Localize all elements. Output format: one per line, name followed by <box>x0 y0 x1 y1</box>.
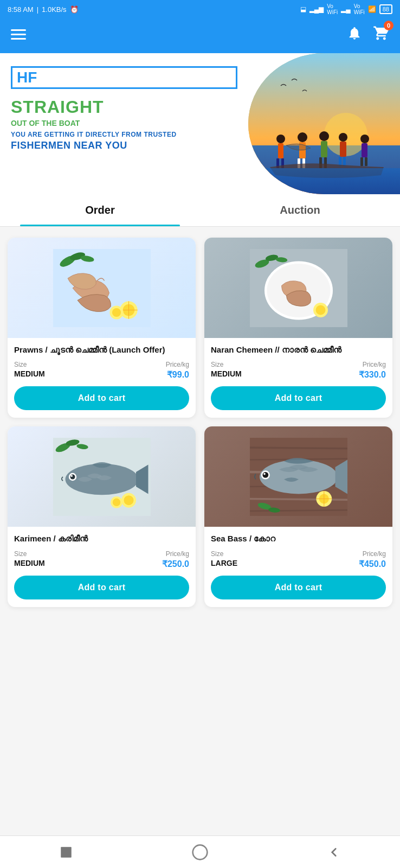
header-icons: 0 <box>347 25 389 43</box>
product-size-price-2: Size MEDIUM Price/kg ₹330.0 <box>211 361 386 380</box>
product-name-2: Naran Chemeen // നാരൻ ചെമ്മീൻ <box>211 344 386 355</box>
battery-icon: 88 <box>379 4 392 14</box>
nav-back-button[interactable] <box>327 845 341 859</box>
brand-logo: HF <box>11 66 237 89</box>
product-info-2: Naran Chemeen // നാരൻ ചെമ്മീൻ Size MEDIU… <box>204 338 392 418</box>
product-info-3: Karimeen / കരിമീൻ Size MEDIUM Price/kg ₹… <box>8 527 196 607</box>
hamburger-menu[interactable] <box>11 29 26 40</box>
svg-point-15 <box>339 133 347 142</box>
add-to-cart-btn-1[interactable]: Add to cart <box>14 386 189 410</box>
svg-rect-23 <box>248 168 400 194</box>
size-label-3: Size <box>14 550 45 558</box>
cart-button[interactable]: 0 <box>373 25 389 43</box>
alarm-icon: ⏰ <box>70 5 79 14</box>
status-right: ⬓ ▂▄▆ VoWiFi ▂▄ VoWiFi 📶 88 <box>300 3 392 15</box>
price-label-2: Price/kg <box>363 361 386 368</box>
signal-icon: ▂▄▆ <box>309 5 324 13</box>
header: 0 <box>0 18 400 53</box>
notification-bell[interactable] <box>347 25 362 43</box>
svg-rect-20 <box>362 143 367 157</box>
nav-home-button[interactable] <box>191 844 209 861</box>
product-info-1: Prawns / ചൂടൻ ചെമ്മീൻ (Launch Offer) Siz… <box>8 338 196 418</box>
product-size-price-1: Size MEDIUM Price/kg ₹99.0 <box>14 361 189 380</box>
product-image-3 <box>8 426 196 527</box>
svg-line-56 <box>250 448 347 449</box>
product-size-price-4: Size LARGE Price/kg ₹450.0 <box>211 550 386 569</box>
add-to-cart-btn-3[interactable]: Add to cart <box>14 576 189 599</box>
vo-wifi-label: VoWiFi <box>327 3 338 15</box>
banner-image <box>248 53 400 194</box>
banner-left: HF STRAIGHT OUT OF THE BOAT YOU ARE GETT… <box>0 53 248 194</box>
banner-title: STRAIGHT <box>11 98 237 117</box>
status-bar: 8:58 AM | 1.0KB/s ⏰ ⬓ ▂▄▆ VoWiFi ▂▄ VoWi… <box>0 0 400 18</box>
product-card-1: Prawns / ചൂടൻ ചെമ്മീൻ (Launch Offer) Siz… <box>8 238 196 418</box>
product-info-4: Sea Bass / കോറ Size LARGE Price/kg ₹450.… <box>204 527 392 607</box>
svg-point-41 <box>315 305 325 315</box>
svg-point-3 <box>276 135 285 143</box>
products-grid: Prawns / ചൂടൻ ചെമ്മീൻ (Launch Offer) Siz… <box>0 227 400 618</box>
svg-point-65 <box>263 473 266 475</box>
svg-point-54 <box>112 498 120 506</box>
banner-photo <box>248 53 400 194</box>
tab-auction[interactable]: Auction <box>200 194 400 226</box>
network-speed-value: 1.0KB/s <box>42 5 67 14</box>
cart-badge: 0 <box>384 21 393 30</box>
svg-rect-21 <box>360 157 363 166</box>
price-label-3: Price/kg <box>166 550 189 558</box>
product-name-3: Karimeen / കരിമീൻ <box>14 533 189 544</box>
add-to-cart-btn-2[interactable]: Add to cart <box>211 386 386 410</box>
product-image-1 <box>8 238 196 338</box>
vo-wifi2-label: VoWiFi <box>354 3 365 15</box>
price-value-3: ₹250.0 <box>162 559 189 569</box>
status-left: 8:58 AM | 1.0KB/s ⏰ <box>8 5 79 14</box>
tabs: Order Auction <box>0 194 400 227</box>
svg-rect-4 <box>278 143 283 158</box>
product-size-price-3: Size MEDIUM Price/kg ₹250.0 <box>14 550 189 569</box>
signal2-icon: ▂▄ <box>341 5 351 13</box>
price-value-1: ₹99.0 <box>167 369 189 380</box>
size-value-1: MEDIUM <box>14 369 45 378</box>
svg-rect-12 <box>321 141 327 157</box>
time: 8:58 AM <box>8 5 34 14</box>
svg-point-11 <box>319 131 329 141</box>
add-to-cart-btn-4[interactable]: Add to cart <box>211 576 386 599</box>
svg-line-61 <box>250 510 347 511</box>
product-card-4: Sea Bass / കോറ Size LARGE Price/kg ₹450.… <box>204 426 392 607</box>
size-label-4: Size <box>211 550 237 558</box>
price-label-4: Price/kg <box>363 550 386 558</box>
product-card-3: Karimeen / കരിമീൻ Size MEDIUM Price/kg ₹… <box>8 426 196 607</box>
bottom-nav <box>0 835 400 868</box>
product-image-2 <box>204 238 392 338</box>
nav-square-button[interactable] <box>59 845 73 859</box>
svg-point-49 <box>70 474 75 479</box>
product-name-1: Prawns / ചൂടൻ ചെമ്മീൻ (Launch Offer) <box>14 344 189 355</box>
svg-rect-16 <box>340 142 346 157</box>
banner: HF STRAIGHT OUT OF THE BOAT YOU ARE GETT… <box>0 53 400 194</box>
price-value-4: ₹450.0 <box>359 559 386 569</box>
tab-order[interactable]: Order <box>0 194 200 226</box>
svg-point-52 <box>124 495 133 505</box>
svg-point-30 <box>112 308 120 316</box>
product-card-2: Naran Chemeen // നാരൻ ചെമ്മീൻ Size MEDIU… <box>204 238 392 418</box>
banner-tagline: YOU ARE GETTING IT DIRECTLY FROM TRUSTED… <box>11 131 237 152</box>
svg-line-60 <box>250 499 347 500</box>
svg-rect-22 <box>365 157 367 166</box>
svg-point-64 <box>262 472 268 478</box>
svg-point-7 <box>298 132 307 142</box>
size-label-2: Size <box>211 361 242 368</box>
product-name-4: Sea Bass / കോറ <box>211 533 386 544</box>
size-value-2: MEDIUM <box>211 369 242 378</box>
price-label-1: Price/kg <box>166 361 189 368</box>
size-label-1: Size <box>14 361 45 368</box>
banner-right <box>248 53 400 194</box>
size-value-3: MEDIUM <box>14 559 45 567</box>
product-image-4 <box>204 426 392 527</box>
price-value-2: ₹330.0 <box>359 369 386 380</box>
bluetooth-icon: ⬓ <box>300 5 306 13</box>
size-value-4: LARGE <box>211 559 237 567</box>
banner-subtitle: OUT OF THE BOAT <box>11 119 237 127</box>
svg-point-50 <box>70 475 73 477</box>
svg-point-19 <box>360 135 369 143</box>
wifi-icon: 📶 <box>368 5 376 13</box>
svg-point-73 <box>193 845 208 859</box>
